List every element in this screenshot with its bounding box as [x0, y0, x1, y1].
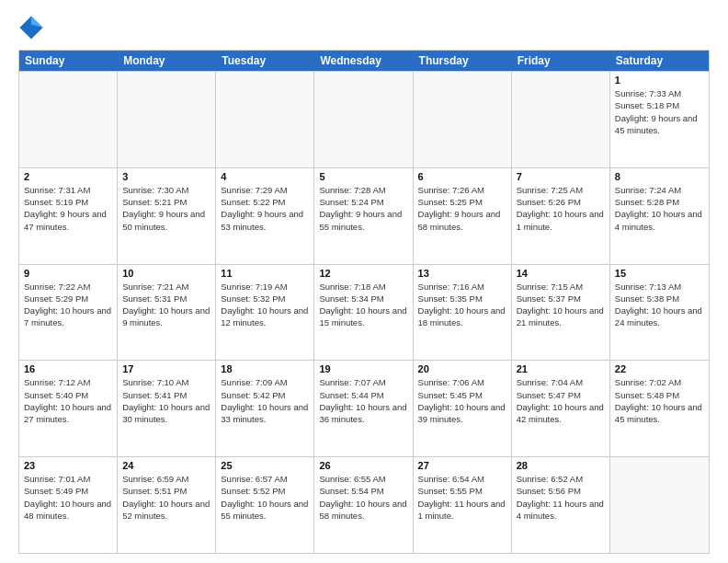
calendar-cell: 23Sunrise: 7:01 AM Sunset: 5:49 PM Dayli…	[19, 457, 118, 553]
page: SundayMondayTuesdayWednesdayThursdayFrid…	[0, 0, 728, 563]
day-number: 12	[319, 268, 407, 279]
calendar-cell: 1Sunrise: 7:33 AM Sunset: 5:18 PM Daylig…	[610, 72, 709, 167]
day-info: Sunrise: 7:07 AM Sunset: 5:44 PM Dayligh…	[319, 376, 407, 425]
day-number: 5	[319, 171, 407, 182]
day-number: 28	[517, 460, 605, 471]
calendar-cell	[216, 72, 314, 167]
header	[18, 15, 710, 40]
calendar-cell: 21Sunrise: 7:04 AM Sunset: 5:47 PM Dayli…	[512, 361, 610, 456]
day-number: 3	[122, 171, 210, 182]
calendar-cell: 9Sunrise: 7:22 AM Sunset: 5:29 PM Daylig…	[19, 265, 118, 361]
day-info: Sunrise: 7:33 AM Sunset: 5:18 PM Dayligh…	[615, 87, 704, 136]
day-number: 15	[615, 268, 704, 279]
day-info: Sunrise: 7:06 AM Sunset: 5:45 PM Dayligh…	[418, 376, 506, 425]
calendar-cell: 6Sunrise: 7:26 AM Sunset: 5:25 PM Daylig…	[414, 168, 512, 264]
day-number: 16	[24, 363, 112, 374]
calendar-cell: 18Sunrise: 7:09 AM Sunset: 5:42 PM Dayli…	[216, 361, 314, 456]
day-info: Sunrise: 7:10 AM Sunset: 5:41 PM Dayligh…	[122, 376, 210, 425]
day-number: 9	[24, 268, 112, 279]
calendar-cell	[414, 72, 512, 167]
calendar-cell: 5Sunrise: 7:28 AM Sunset: 5:24 PM Daylig…	[314, 168, 413, 264]
day-info: Sunrise: 7:09 AM Sunset: 5:42 PM Dayligh…	[221, 376, 309, 425]
calendar-cell: 4Sunrise: 7:29 AM Sunset: 5:22 PM Daylig…	[216, 168, 314, 264]
day-info: Sunrise: 6:55 AM Sunset: 5:54 PM Dayligh…	[319, 473, 407, 522]
day-info: Sunrise: 7:29 AM Sunset: 5:22 PM Dayligh…	[221, 184, 309, 233]
day-number: 11	[221, 268, 309, 279]
calendar-header-day: Saturday	[610, 51, 709, 71]
day-number: 7	[517, 171, 605, 182]
day-info: Sunrise: 7:18 AM Sunset: 5:34 PM Dayligh…	[319, 281, 407, 329]
calendar-cell: 2Sunrise: 7:31 AM Sunset: 5:19 PM Daylig…	[19, 168, 118, 264]
day-info: Sunrise: 7:30 AM Sunset: 5:21 PM Dayligh…	[122, 184, 210, 233]
day-number: 25	[221, 460, 309, 471]
calendar-cell: 16Sunrise: 7:12 AM Sunset: 5:40 PM Dayli…	[19, 361, 118, 456]
day-info: Sunrise: 6:57 AM Sunset: 5:52 PM Dayligh…	[221, 473, 309, 522]
calendar-cell: 25Sunrise: 6:57 AM Sunset: 5:52 PM Dayli…	[216, 457, 314, 553]
day-number: 19	[319, 363, 407, 374]
calendar-header-day: Friday	[512, 51, 610, 71]
calendar-cell	[118, 72, 216, 167]
day-info: Sunrise: 7:16 AM Sunset: 5:35 PM Dayligh…	[418, 281, 506, 329]
calendar-cell: 15Sunrise: 7:13 AM Sunset: 5:38 PM Dayli…	[610, 265, 709, 361]
calendar-cell: 20Sunrise: 7:06 AM Sunset: 5:45 PM Dayli…	[414, 361, 512, 456]
calendar-cell: 17Sunrise: 7:10 AM Sunset: 5:41 PM Dayli…	[118, 361, 216, 456]
calendar-cell: 24Sunrise: 6:59 AM Sunset: 5:51 PM Dayli…	[118, 457, 216, 553]
calendar-cell	[19, 72, 118, 167]
calendar-cell: 12Sunrise: 7:18 AM Sunset: 5:34 PM Dayli…	[314, 265, 413, 361]
calendar-cell	[610, 457, 709, 553]
calendar-cell: 27Sunrise: 6:54 AM Sunset: 5:55 PM Dayli…	[414, 457, 512, 553]
day-number: 4	[221, 171, 309, 182]
day-info: Sunrise: 7:26 AM Sunset: 5:25 PM Dayligh…	[418, 184, 506, 233]
day-number: 2	[24, 171, 112, 182]
calendar: SundayMondayTuesdayWednesdayThursdayFrid…	[18, 50, 710, 554]
day-info: Sunrise: 7:02 AM Sunset: 5:48 PM Dayligh…	[615, 376, 704, 425]
day-number: 17	[122, 363, 210, 374]
day-number: 21	[517, 363, 605, 374]
calendar-cell	[314, 72, 413, 167]
calendar-header-day: Tuesday	[216, 51, 314, 71]
day-info: Sunrise: 6:54 AM Sunset: 5:55 PM Dayligh…	[418, 473, 506, 522]
day-number: 14	[517, 268, 605, 279]
day-info: Sunrise: 7:25 AM Sunset: 5:26 PM Dayligh…	[517, 184, 605, 233]
calendar-header-day: Wednesday	[314, 51, 413, 71]
day-number: 1	[615, 75, 704, 86]
day-info: Sunrise: 7:19 AM Sunset: 5:32 PM Dayligh…	[221, 281, 309, 329]
calendar-week: 23Sunrise: 7:01 AM Sunset: 5:49 PM Dayli…	[19, 456, 709, 553]
calendar-cell	[512, 72, 610, 167]
calendar-cell: 14Sunrise: 7:15 AM Sunset: 5:37 PM Dayli…	[512, 265, 610, 361]
day-number: 26	[319, 460, 407, 471]
calendar-cell: 7Sunrise: 7:25 AM Sunset: 5:26 PM Daylig…	[512, 168, 610, 264]
day-info: Sunrise: 7:24 AM Sunset: 5:28 PM Dayligh…	[615, 184, 704, 233]
day-number: 27	[418, 460, 506, 471]
calendar-cell: 11Sunrise: 7:19 AM Sunset: 5:32 PM Dayli…	[216, 265, 314, 361]
day-number: 6	[418, 171, 506, 182]
day-info: Sunrise: 7:04 AM Sunset: 5:47 PM Dayligh…	[517, 376, 605, 425]
calendar-week: 1Sunrise: 7:33 AM Sunset: 5:18 PM Daylig…	[19, 71, 709, 167]
day-info: Sunrise: 7:01 AM Sunset: 5:49 PM Dayligh…	[24, 473, 112, 522]
calendar-week: 9Sunrise: 7:22 AM Sunset: 5:29 PM Daylig…	[19, 264, 709, 361]
day-info: Sunrise: 7:12 AM Sunset: 5:40 PM Dayligh…	[24, 376, 112, 425]
calendar-cell: 28Sunrise: 6:52 AM Sunset: 5:56 PM Dayli…	[512, 457, 610, 553]
calendar-header-day: Thursday	[414, 51, 512, 71]
calendar-week: 16Sunrise: 7:12 AM Sunset: 5:40 PM Dayli…	[19, 360, 709, 456]
day-info: Sunrise: 7:22 AM Sunset: 5:29 PM Dayligh…	[24, 281, 112, 329]
day-number: 24	[122, 460, 210, 471]
day-info: Sunrise: 6:52 AM Sunset: 5:56 PM Dayligh…	[517, 473, 605, 522]
calendar-cell: 10Sunrise: 7:21 AM Sunset: 5:31 PM Dayli…	[118, 265, 216, 361]
calendar-header: SundayMondayTuesdayWednesdayThursdayFrid…	[19, 51, 709, 71]
logo	[18, 15, 48, 40]
calendar-cell: 19Sunrise: 7:07 AM Sunset: 5:44 PM Dayli…	[314, 361, 413, 456]
day-info: Sunrise: 7:21 AM Sunset: 5:31 PM Dayligh…	[122, 281, 210, 329]
day-number: 18	[221, 363, 309, 374]
calendar-week: 2Sunrise: 7:31 AM Sunset: 5:19 PM Daylig…	[19, 167, 709, 264]
calendar-cell: 22Sunrise: 7:02 AM Sunset: 5:48 PM Dayli…	[610, 361, 709, 456]
day-number: 10	[122, 268, 210, 279]
day-info: Sunrise: 7:15 AM Sunset: 5:37 PM Dayligh…	[517, 281, 605, 329]
calendar-header-day: Monday	[118, 51, 216, 71]
calendar-header-day: Sunday	[19, 51, 118, 71]
day-number: 23	[24, 460, 112, 471]
calendar-cell: 26Sunrise: 6:55 AM Sunset: 5:54 PM Dayli…	[314, 457, 413, 553]
day-number: 13	[418, 268, 506, 279]
day-info: Sunrise: 7:13 AM Sunset: 5:38 PM Dayligh…	[615, 281, 704, 329]
calendar-cell: 13Sunrise: 7:16 AM Sunset: 5:35 PM Dayli…	[414, 265, 512, 361]
